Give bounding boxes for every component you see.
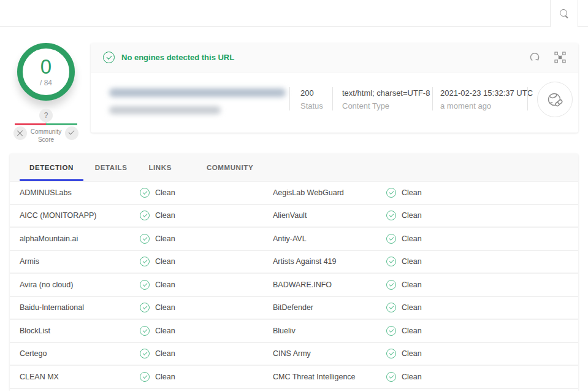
table-row: Baidu-International Clean BitDefender Cl… [10, 297, 578, 320]
engine-status: Clean [140, 280, 273, 290]
tab-details[interactable]: DETAILS [85, 153, 137, 181]
question-mark-icon: ? [44, 111, 48, 120]
engine-status: Clean [386, 372, 578, 382]
clean-check-icon [386, 326, 396, 336]
graph-button[interactable] [554, 52, 566, 63]
engine-status: Clean [386, 303, 578, 312]
tab-links[interactable]: LINKS [139, 153, 181, 181]
negative-score-segment [15, 123, 46, 125]
engine-name: Certego [20, 349, 140, 358]
clean-check-icon [140, 372, 150, 382]
divider [527, 87, 528, 110]
reanalyze-button[interactable] [529, 52, 541, 63]
check-icon [69, 129, 75, 135]
detection-banner-message: No engines detected this URL [121, 53, 234, 62]
detection-score-ring: 0 / 84 [17, 43, 75, 101]
engine-name: alphaMountain.ai [20, 234, 140, 243]
clean-check-icon [140, 280, 150, 290]
content-type-value: text/html; charset=UTF-8 [342, 88, 430, 98]
engine-name: CMC Threat Intelligence [273, 373, 386, 381]
table-row: BlockList Clean Blueliv Clean [10, 320, 578, 343]
vote-harmless-button[interactable] [65, 126, 78, 140]
clean-check-icon [386, 303, 396, 312]
engine-status: Clean [386, 211, 578, 220]
scan-date-value: 2021-02-23 15:32:37 UTC [440, 88, 533, 98]
engine-name: BlockList [20, 327, 140, 335]
engine-name: Artists Against 419 [273, 257, 386, 266]
table-row: AICC (MONITORAPP) Clean AlienVault Clean [10, 205, 578, 228]
engine-status: Clean [140, 326, 273, 336]
clean-check-icon [140, 303, 150, 312]
detection-table: ADMINUSLabs Clean AegisLab WebGuard Clea… [10, 182, 578, 389]
engine-name: Antiy-AVL [273, 234, 386, 243]
engine-name: Baidu-International [20, 303, 140, 312]
http-status-label: Status [300, 101, 323, 110]
table-row: Avira (no cloud) Clean BADWARE.INFO Clea… [10, 274, 578, 297]
content-type-label: Content Type [342, 101, 389, 110]
engine-status: Clean [140, 349, 273, 358]
scan-date-relative: a moment ago [440, 101, 491, 110]
tab-bar: DETECTION DETAILS LINKS COMMUNITY [10, 153, 578, 182]
search-icon [560, 9, 569, 18]
engine-status: Clean [140, 303, 273, 312]
clean-check-icon [140, 188, 150, 198]
community-score-bar [15, 123, 77, 125]
clean-check-icon [386, 234, 396, 244]
engine-status: Clean [386, 349, 578, 358]
search-button[interactable] [550, 0, 578, 27]
engine-name: AICC (MONITORAPP) [20, 211, 140, 220]
report-tabs-card: DETECTION DETAILS LINKS COMMUNITY ADMINU… [10, 153, 578, 391]
engine-name: BitDefender [273, 303, 386, 312]
redacted-url-final [109, 106, 221, 114]
clean-check-icon [386, 280, 396, 290]
table-row: Armis Clean Artists Against 419 Clean [10, 251, 578, 274]
divider [332, 87, 333, 110]
tab-detection[interactable]: DETECTION [20, 153, 83, 181]
top-navigation-bar [0, 0, 588, 27]
engine-name: AegisLab WebGuard [273, 188, 386, 197]
engine-name: AlienVault [273, 211, 386, 220]
graph-icon [554, 52, 566, 63]
vote-malicious-button[interactable] [13, 126, 27, 140]
community-score-label: Community Score [26, 128, 66, 144]
engine-status: Clean [386, 188, 578, 198]
engine-name: Armis [20, 257, 140, 266]
clean-check-icon [386, 372, 396, 382]
detection-banner: No engines detected this URL [91, 43, 578, 72]
engine-status: Clean [386, 257, 578, 266]
redacted-url-link[interactable] [109, 88, 286, 97]
url-website-button[interactable] [537, 82, 573, 117]
clean-check-icon [140, 257, 150, 266]
engine-name: Avira (no cloud) [20, 281, 140, 289]
engine-status: Clean [386, 234, 578, 244]
x-icon [17, 130, 23, 136]
engine-name: BADWARE.INFO [273, 281, 386, 289]
scan-summary-body: 200 Status text/html; charset=UTF-8 Cont… [91, 72, 578, 132]
http-status-value: 200 [300, 88, 314, 98]
engine-status: Clean [386, 280, 578, 290]
engine-status: Clean [140, 257, 273, 266]
table-row: ADMINUSLabs Clean AegisLab WebGuard Clea… [10, 182, 578, 205]
clean-check-icon [386, 188, 396, 198]
engine-name: CLEAN MX [20, 373, 140, 381]
engine-status: Clean [140, 188, 273, 198]
detections-count: 0 [40, 56, 52, 77]
engine-name: ADMINUSLabs [20, 188, 140, 197]
reanalyze-icon [529, 52, 541, 63]
clean-check-icon [140, 234, 150, 244]
table-row: CLEAN MX Clean CMC Threat Intelligence C… [10, 366, 578, 389]
tab-community[interactable]: COMMUNITY [197, 153, 263, 181]
table-row: alphaMountain.ai Clean Antiy-AVL Clean [10, 228, 578, 251]
clean-check-icon [140, 349, 150, 358]
clean-check-icon [386, 349, 396, 358]
engine-name: CINS Army [273, 349, 386, 358]
engines-total: / 84 [40, 79, 52, 87]
engine-status: Clean [140, 234, 273, 244]
engine-status: Clean [386, 326, 578, 336]
engine-name: Blueliv [273, 327, 386, 335]
clean-check-icon [386, 257, 396, 266]
community-score-help-marker[interactable]: ? [39, 109, 53, 122]
globe-link-icon [546, 90, 564, 109]
positive-score-segment [46, 123, 77, 125]
clean-check-icon [140, 326, 150, 336]
